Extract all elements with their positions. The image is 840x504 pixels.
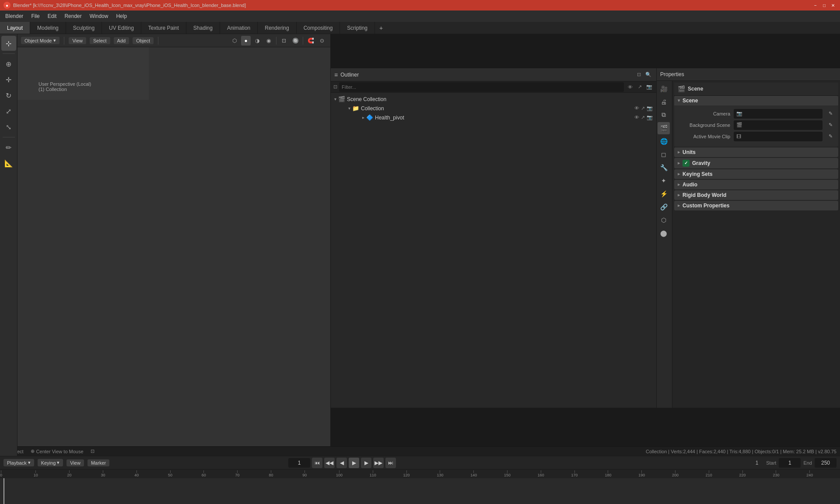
end-frame-input[interactable] bbox=[815, 458, 836, 468]
snap-button[interactable]: 🧲 bbox=[306, 36, 315, 46]
timeline-playback-button[interactable]: Playback ▾ bbox=[4, 459, 34, 466]
bg-scene-value-field[interactable]: 🎬 bbox=[734, 120, 822, 130]
prop-icon-scene[interactable]: 🎬 bbox=[658, 122, 670, 134]
transform-tool-button[interactable]: ⤡ bbox=[1, 119, 16, 134]
add-workspace-button[interactable]: + bbox=[375, 22, 387, 34]
step-back-button[interactable]: ◀ bbox=[336, 458, 347, 468]
viewport-shading-wire-button[interactable]: ⬡ bbox=[230, 36, 239, 46]
ol-rendcam[interactable]: 📷 bbox=[645, 83, 654, 91]
scene-section-header[interactable]: ▾ Scene bbox=[674, 96, 838, 105]
timeline-marker-button[interactable]: Marker bbox=[88, 459, 109, 466]
movie-clip-picker-button[interactable]: ✎ bbox=[826, 132, 835, 141]
menu-window[interactable]: Window bbox=[86, 12, 112, 20]
main-viewport[interactable]: ⊞ ⊛ 🔍 User Perspective (Local) (1) Colle… bbox=[18, 34, 330, 456]
play-button[interactable]: ▶ bbox=[349, 458, 359, 468]
prop-icon-view-layer[interactable]: ⧉ bbox=[658, 109, 670, 121]
tab-uv-editing[interactable]: UV Editing bbox=[102, 22, 141, 34]
tab-layout[interactable]: Layout bbox=[0, 22, 30, 34]
prop-icon-constraint[interactable]: 🔗 bbox=[658, 201, 670, 213]
add-menu-button[interactable]: Add bbox=[114, 37, 130, 44]
prop-icon-data[interactable]: ⬡ bbox=[658, 214, 670, 226]
health-select-icon[interactable]: ↗ bbox=[641, 115, 645, 120]
bg-scene-picker-button[interactable]: ✎ bbox=[826, 121, 835, 130]
tab-sculpting[interactable]: Sculpting bbox=[66, 22, 102, 34]
object-mode-dropdown[interactable]: Object Mode ▾ bbox=[21, 37, 60, 44]
gravity-checkbox[interactable]: ✓ bbox=[682, 160, 690, 167]
keying-sets-section-header[interactable]: ▸ Keying Sets bbox=[674, 169, 838, 179]
outliner-search-input[interactable] bbox=[339, 82, 624, 92]
annotate-tool-button[interactable]: ✏ bbox=[1, 140, 16, 155]
tab-modeling[interactable]: Modeling bbox=[30, 22, 66, 34]
view-menu-button[interactable]: View bbox=[69, 37, 86, 44]
move-tool-button[interactable]: ✛ bbox=[1, 72, 16, 87]
menu-blender[interactable]: Blender bbox=[2, 12, 27, 20]
tab-rendering[interactable]: Rendering bbox=[258, 22, 296, 34]
prop-icon-material[interactable]: ⬤ bbox=[658, 227, 670, 239]
camera-picker-button[interactable]: ✎ bbox=[826, 109, 835, 118]
overlay-button[interactable]: ⊡ bbox=[279, 36, 289, 46]
camera-value-field[interactable]: 📷 bbox=[734, 109, 822, 119]
proportional-button[interactable]: ⊙ bbox=[317, 36, 327, 46]
start-frame-input[interactable] bbox=[779, 458, 801, 468]
cursor-tool-button[interactable]: ⊕ bbox=[1, 56, 16, 71]
jump-to-end-button[interactable]: ⏭ bbox=[385, 458, 396, 468]
rigid-body-world-header[interactable]: ▸ Rigid Body World bbox=[674, 190, 838, 200]
timeline-body[interactable]: 0102030405060708090100110120130140150160… bbox=[0, 469, 840, 504]
tab-animation[interactable]: Animation bbox=[220, 22, 258, 34]
prop-icon-modifier[interactable]: 🔧 bbox=[658, 161, 670, 174]
tab-shading[interactable]: Shading bbox=[186, 22, 220, 34]
maximize-button[interactable]: □ bbox=[821, 2, 828, 9]
menu-help[interactable]: Help bbox=[112, 12, 130, 20]
custom-properties-header[interactable]: ▸ Custom Properties bbox=[674, 201, 838, 210]
step-forward-button[interactable]: ▶ bbox=[361, 458, 371, 468]
tab-compositing[interactable]: Compositing bbox=[297, 22, 340, 34]
menu-edit[interactable]: Edit bbox=[44, 12, 60, 20]
close-button[interactable]: ✕ bbox=[830, 2, 836, 9]
movie-clip-value-field[interactable]: 🎞 bbox=[734, 132, 822, 141]
viewport-shading-material-button[interactable]: ◑ bbox=[252, 36, 262, 46]
jump-to-start-button[interactable]: ⏮ bbox=[312, 458, 322, 468]
prop-icon-render[interactable]: 🎥 bbox=[658, 83, 670, 95]
jump-back-button[interactable]: ◀◀ bbox=[324, 458, 335, 468]
timeline-view-button[interactable]: View bbox=[66, 459, 84, 466]
menu-render[interactable]: Render bbox=[61, 12, 85, 20]
health-eye-icon[interactable]: 👁 bbox=[634, 115, 639, 120]
prop-icon-particles[interactable]: ✦ bbox=[658, 175, 670, 187]
health-render-icon[interactable]: 📷 bbox=[647, 115, 653, 120]
viewport-shading-render-button[interactable]: ◉ bbox=[264, 36, 273, 46]
gravity-section-header[interactable]: ▸ ✓ Gravity bbox=[674, 158, 838, 168]
collection-render-icon[interactable]: 📷 bbox=[647, 105, 653, 111]
viewport-shading-solid-button[interactable]: ● bbox=[241, 36, 251, 46]
scale-tool-button[interactable]: ⤢ bbox=[1, 104, 16, 119]
blender-logo-icon[interactable]: ● bbox=[4, 2, 10, 9]
current-frame-input[interactable] bbox=[288, 458, 310, 468]
tab-scripting[interactable]: Scripting bbox=[340, 22, 375, 34]
jump-forward-button[interactable]: ▶▶ bbox=[373, 458, 384, 468]
prop-icon-world[interactable]: 🌐 bbox=[658, 135, 670, 147]
prop-icon-physics[interactable]: ⚡ bbox=[658, 188, 670, 200]
gizmo-button[interactable]: 🔘 bbox=[290, 36, 300, 46]
collection-eye-icon[interactable]: 👁 bbox=[634, 105, 639, 111]
outliner-item-collection[interactable]: ▾ 📁 Collection 👁 ↗ 📷 bbox=[338, 104, 656, 113]
ruler-mark-100: 100 bbox=[336, 470, 343, 477]
tab-texture-paint[interactable]: Texture Paint bbox=[141, 22, 186, 34]
select-tool-button[interactable]: ⊹ bbox=[1, 36, 16, 51]
measure-tool-button[interactable]: 📐 bbox=[1, 156, 16, 171]
ol-eyecon[interactable]: 👁 bbox=[626, 83, 634, 91]
object-menu-button[interactable]: Object bbox=[133, 37, 154, 44]
timeline-keying-button[interactable]: Keying ▾ bbox=[38, 459, 63, 466]
audio-section-header[interactable]: ▸ Audio bbox=[674, 180, 838, 189]
rotate-tool-button[interactable]: ↻ bbox=[1, 88, 16, 103]
outliner-item-health-pivot[interactable]: ▸ 🔷 Health_pivot 👁 ↗ 📷 bbox=[345, 113, 656, 122]
outliner-item-scene-collection[interactable]: ▾ 🎬 Scene Collection bbox=[331, 94, 656, 104]
units-section-header[interactable]: ▸ Units bbox=[674, 147, 838, 157]
menu-file[interactable]: File bbox=[28, 12, 43, 20]
outliner-filter-search[interactable]: 🔍 bbox=[644, 70, 653, 79]
minimize-button[interactable]: − bbox=[812, 2, 819, 9]
prop-icon-object[interactable]: ◻ bbox=[658, 148, 670, 161]
select-menu-button[interactable]: Select bbox=[90, 37, 110, 44]
ol-selcam[interactable]: ↗ bbox=[635, 83, 644, 91]
prop-icon-output[interactable]: 🖨 bbox=[658, 96, 670, 108]
collection-select-icon[interactable]: ↗ bbox=[641, 105, 645, 111]
outliner-filter-funnel[interactable]: ⊡ bbox=[634, 70, 643, 79]
